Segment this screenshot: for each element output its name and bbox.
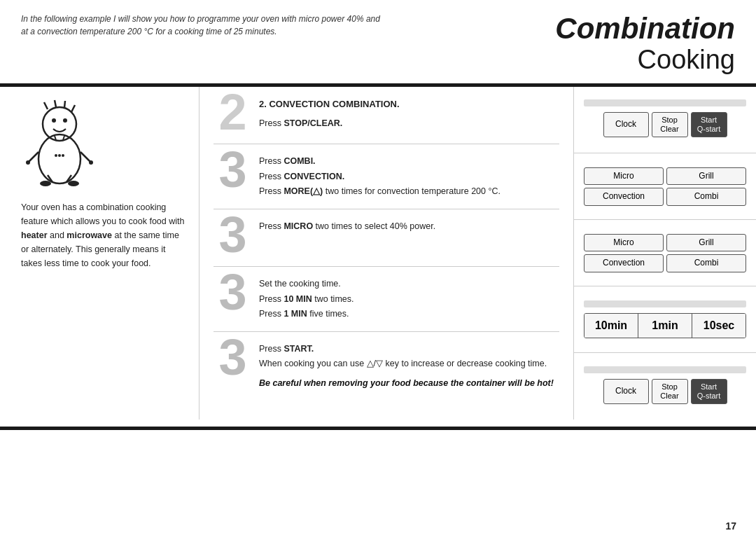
step-2-line-2: Press CONVECTION. <box>259 169 500 184</box>
combi-button-2[interactable]: Combi <box>666 254 746 272</box>
start-button-1[interactable]: StartQ-start <box>691 112 727 137</box>
clock-button-2[interactable]: Clock <box>603 379 649 404</box>
title-combination: Combination <box>555 13 735 45</box>
step-2-section: 3 Press COMBI. Press CONVECTION. Press M… <box>214 144 559 209</box>
start-button-2[interactable]: StartQ-start <box>691 379 727 404</box>
step-1-heading: 2. CONVECTION COMBINATION. <box>259 97 400 112</box>
step-2-line-1: Press COMBI. <box>259 154 500 169</box>
step-1-line-1: Press STOP/CLEAR. <box>259 116 400 131</box>
warning-text: Be careful when removing your food becau… <box>259 376 554 391</box>
step-4-number: 3 <box>214 271 252 314</box>
mascot-figure <box>21 99 105 191</box>
svg-line-7 <box>71 105 75 112</box>
time-1min: 1min <box>638 314 692 338</box>
svg-line-6 <box>64 101 65 108</box>
svg-point-20 <box>62 154 64 157</box>
step-1-text: 2. CONVECTION COMBINATION. Press STOP/CL… <box>259 97 400 131</box>
svg-point-0 <box>38 134 80 184</box>
middle-column: 2 2. CONVECTION COMBINATION. Press STOP/… <box>200 87 574 420</box>
step-4-line-1: Set the cooking time. <box>259 277 354 291</box>
page-number: 17 <box>725 520 736 532</box>
step-2-line-3: Press MORE(△) two times for convection t… <box>259 184 500 199</box>
grill-button-1[interactable]: Grill <box>666 167 746 186</box>
step-5-section: 3 Press START. When cooking you can use … <box>214 332 559 401</box>
micro-button-2[interactable]: Micro <box>584 234 664 252</box>
convection-button-1[interactable]: Convection <box>584 188 664 206</box>
time-display: 10min 1min 10sec <box>584 313 746 338</box>
step-5-number: 3 <box>214 336 252 379</box>
svg-point-19 <box>58 154 61 157</box>
title-cooking: Cooking <box>555 45 735 75</box>
step-5-text: Press START. When cooking you can use △/… <box>259 342 554 391</box>
step-4-section: 3 Set the cooking time. Press 10 MIN two… <box>214 267 559 332</box>
micro-button-1[interactable]: Micro <box>584 167 664 186</box>
step-5-line-1: Press START. <box>259 342 554 356</box>
convection-button-2[interactable]: Convection <box>584 254 664 272</box>
left-description: Your oven has a combination cooking feat… <box>21 200 185 270</box>
step-4-line-3: Press 1 MIN five times. <box>259 307 354 321</box>
svg-point-3 <box>63 118 67 123</box>
panel-2: Micro Grill Convection Combi <box>574 153 756 220</box>
svg-point-12 <box>26 160 30 165</box>
svg-line-11 <box>80 152 91 162</box>
svg-line-10 <box>28 152 38 162</box>
stop-clear-button-1[interactable]: StopClear <box>652 112 688 137</box>
step-1-number: 2 <box>214 91 252 134</box>
step-4-text: Set the cooking time. Press 10 MIN two t… <box>259 277 354 321</box>
step-3-number: 3 <box>214 214 252 256</box>
panel-1: Clock StopClear StartQ-start <box>574 87 756 153</box>
step-2-number: 3 <box>214 148 252 191</box>
svg-point-13 <box>89 160 93 165</box>
panel-2-grid: Micro Grill Convection Combi <box>584 167 746 206</box>
right-column: Clock StopClear StartQ-start Micro Grill… <box>574 87 756 420</box>
bottom-divider <box>0 427 756 430</box>
step-3-text: Press MICRO two times to select 40% powe… <box>259 219 435 234</box>
step-1-section: 2 2. CONVECTION COMBINATION. Press STOP/… <box>214 87 559 144</box>
panel-5: Clock StopClear StartQ-start <box>574 353 756 420</box>
time-10min: 10min <box>584 314 638 338</box>
panel-1-buttons: Clock StopClear StartQ-start <box>584 112 746 137</box>
svg-point-17 <box>68 181 79 186</box>
intro-text: In the following example I will show you… <box>21 13 385 38</box>
step-3-line-1: Press MICRO two times to select 40% powe… <box>259 219 435 234</box>
panel-3: Micro Grill Convection Combi <box>574 220 756 286</box>
svg-point-1 <box>43 107 76 141</box>
svg-point-16 <box>40 181 51 186</box>
header: In the following example I will show you… <box>0 0 756 75</box>
panel-5-buttons: Clock StopClear StartQ-start <box>584 379 746 404</box>
svg-line-5 <box>55 100 56 107</box>
time-10sec: 10sec <box>692 314 746 338</box>
step-5-line-2: When cooking you can use △/▽ key to incr… <box>259 356 554 371</box>
step-2-text: Press COMBI. Press CONVECTION. Press MOR… <box>259 154 500 199</box>
combi-button-1[interactable]: Combi <box>666 188 746 206</box>
panel-4: 10min 1min 10sec <box>574 286 756 353</box>
grill-button-2[interactable]: Grill <box>666 234 746 252</box>
main-content: Your oven has a combination cooking feat… <box>0 87 756 420</box>
title-block: Combination Cooking <box>555 13 735 75</box>
svg-point-2 <box>52 118 56 123</box>
svg-line-4 <box>44 102 48 109</box>
svg-point-18 <box>55 154 57 157</box>
panel-3-grid: Micro Grill Convection Combi <box>584 234 746 272</box>
step-3-section: 3 Press MICRO two times to select 40% po… <box>214 209 559 267</box>
clock-button-1[interactable]: Clock <box>603 112 649 137</box>
step-4-line-2: Press 10 MIN two times. <box>259 292 354 307</box>
left-column: Your oven has a combination cooking feat… <box>0 87 200 420</box>
stop-clear-button-2[interactable]: StopClear <box>652 379 688 404</box>
